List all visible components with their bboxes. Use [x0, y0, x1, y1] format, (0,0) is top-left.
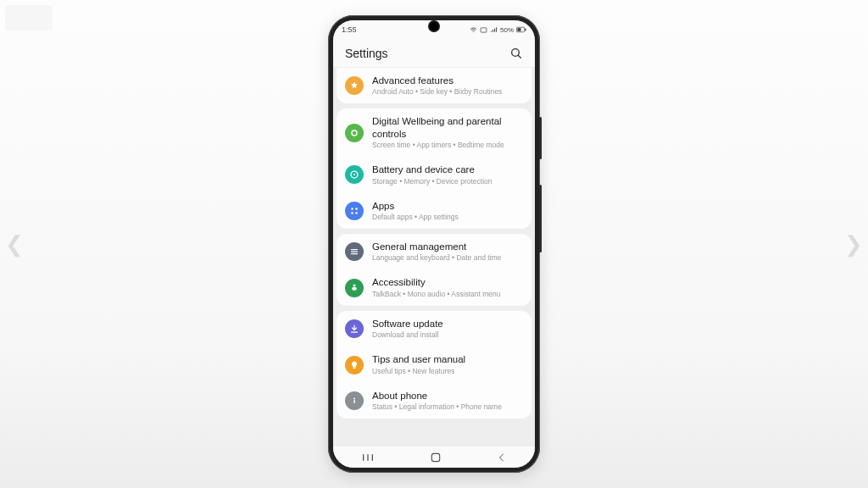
phone-frame: 1:55 50% Settings Advanced featuresAndro… [328, 15, 540, 473]
settings-row[interactable]: Advanced featuresAndroid Auto • Side key… [337, 68, 531, 103]
svg-rect-3 [517, 28, 520, 31]
row-title: Tips and user manual [372, 353, 521, 365]
svg-point-12 [355, 212, 358, 214]
navigation-bar [333, 446, 535, 468]
svg-point-9 [351, 208, 353, 210]
status-icons: 50% [470, 26, 526, 34]
row-title: General management [372, 241, 521, 252]
svg-point-6 [352, 130, 357, 136]
row-subtitle: TalkBack • Mono audio • Assistant menu [372, 290, 521, 299]
row-title: Digital Wellbeing and parental controls [372, 115, 521, 140]
row-icon [345, 279, 364, 297]
row-subtitle: Language and keyboard • Date and time [372, 253, 521, 263]
row-subtitle: Android Auto • Side key • Bixby Routines [372, 87, 521, 97]
settings-row[interactable]: Tips and user manualUseful tips • New fe… [337, 347, 531, 382]
search-button[interactable] [509, 47, 523, 60]
row-text: Tips and user manualUseful tips • New fe… [372, 353, 521, 375]
row-text: Advanced featuresAndroid Auto • Side key… [372, 75, 521, 97]
row-icon [345, 76, 364, 95]
settings-group: Advanced featuresAndroid Auto • Side key… [337, 68, 531, 103]
row-subtitle: Default apps • App settings [372, 213, 521, 222]
signal-icon [490, 26, 498, 34]
row-title: Software update [372, 318, 521, 330]
gallery-prev-arrow[interactable]: ❮ [5, 231, 24, 258]
settings-row[interactable]: About phoneStatus • Legal information • … [337, 383, 531, 419]
svg-point-16 [353, 284, 356, 286]
svg-rect-23 [431, 453, 439, 461]
row-icon [345, 165, 364, 184]
svg-rect-19 [353, 400, 355, 403]
settings-row[interactable]: AppsDefault apps • App settings [337, 193, 531, 229]
settings-group: Digital Wellbeing and parental controlsS… [337, 108, 531, 229]
settings-row[interactable]: General managementLanguage and keyboard … [337, 234, 531, 269]
row-title: Apps [372, 200, 521, 212]
row-title: Battery and device care [372, 164, 521, 175]
volte-icon [480, 26, 487, 34]
svg-point-18 [353, 397, 355, 399]
svg-rect-2 [525, 29, 526, 31]
row-text: AppsDefault apps • App settings [372, 200, 521, 222]
row-icon [345, 391, 364, 410]
battery-percent: 50% [500, 26, 514, 34]
battery-icon [516, 26, 526, 33]
svg-rect-0 [481, 27, 487, 31]
svg-point-10 [355, 208, 358, 210]
row-text: Battery and device careStorage • Memory … [372, 164, 521, 186]
settings-group: General managementLanguage and keyboard … [337, 234, 531, 306]
search-icon [509, 47, 523, 60]
app-bar: Settings [333, 39, 535, 68]
settings-row[interactable]: Software updateDownload and install [337, 311, 531, 347]
decorative-corner [5, 5, 53, 30]
nav-back-button[interactable] [497, 452, 507, 463]
row-subtitle: Useful tips • New features [372, 367, 521, 376]
page-title: Settings [345, 47, 388, 60]
row-subtitle: Status • Legal information • Phone name [372, 402, 521, 412]
front-camera [430, 22, 438, 30]
row-icon [345, 202, 364, 220]
row-title: Accessibility [372, 276, 521, 288]
nav-recents-button[interactable] [361, 452, 375, 463]
row-icon [345, 242, 364, 261]
settings-row[interactable]: Battery and device careStorage • Memory … [337, 157, 531, 192]
row-subtitle: Storage • Memory • Device protection [372, 177, 521, 186]
back-icon [497, 452, 507, 463]
row-text: AccessibilityTalkBack • Mono audio • Ass… [372, 276, 521, 298]
row-icon [345, 356, 364, 374]
home-icon [430, 452, 442, 463]
row-subtitle: Screen time • App timers • Bedtime mode [372, 141, 521, 150]
svg-line-5 [518, 55, 520, 58]
row-title: About phone [372, 390, 521, 402]
phone-screen: 1:55 50% Settings Advanced featuresAndro… [333, 20, 535, 468]
settings-group: Software updateDownload and installTips … [337, 311, 531, 419]
gallery-next-arrow[interactable]: ❯ [844, 231, 863, 258]
row-subtitle: Download and install [372, 330, 521, 340]
row-text: Digital Wellbeing and parental controlsS… [372, 115, 521, 150]
wifi-icon [470, 26, 477, 34]
row-text: Software updateDownload and install [372, 318, 521, 340]
settings-row[interactable]: Digital Wellbeing and parental controlsS… [337, 108, 531, 157]
row-title: Advanced features [372, 75, 521, 86]
settings-row[interactable]: AccessibilityTalkBack • Mono audio • Ass… [337, 269, 531, 305]
svg-point-11 [351, 212, 353, 214]
row-icon [345, 124, 364, 142]
status-time: 1:55 [342, 25, 357, 34]
nav-home-button[interactable] [430, 452, 442, 463]
svg-rect-17 [353, 368, 356, 369]
settings-list[interactable]: Advanced featuresAndroid Auto • Side key… [333, 68, 535, 446]
row-icon [345, 319, 364, 338]
row-text: General managementLanguage and keyboard … [372, 241, 521, 263]
recents-icon [361, 452, 375, 463]
svg-point-8 [353, 174, 355, 175]
row-text: About phoneStatus • Legal information • … [372, 390, 521, 412]
